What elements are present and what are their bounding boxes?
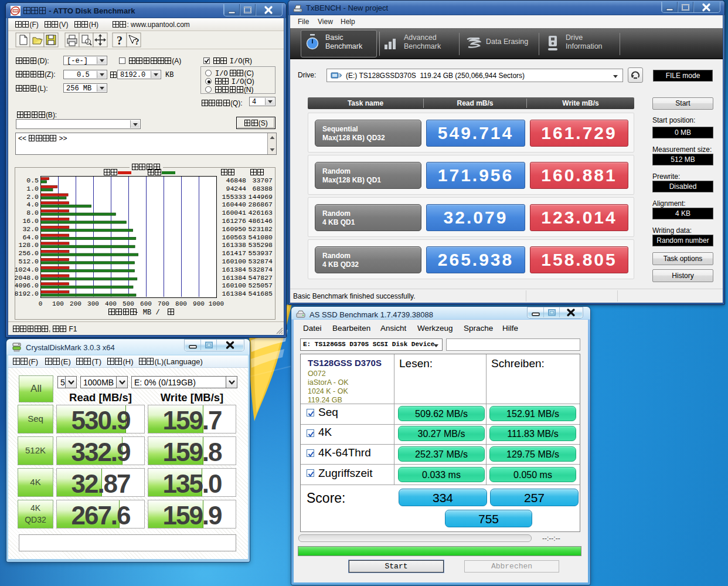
svg-text:?: ? [135,37,140,46]
svg-text:523182: 523182 [249,225,273,233]
svg-text:1000: 1000 [209,300,224,307]
svg-text:161276: 161276 [222,217,247,225]
svg-text:553937: 553937 [249,249,273,257]
svg-text:161384: 161384 [222,274,247,282]
svg-text:16.0: 16.0 [22,217,39,225]
svg-text:486146: 486146 [249,217,273,225]
svg-text:4.0: 4.0 [26,201,39,208]
svg-text:160563: 160563 [222,233,247,241]
svg-text:541080: 541080 [249,233,273,241]
svg-text:426163: 426163 [249,209,273,216]
svg-text:535298: 535298 [249,241,273,249]
svg-text:532874: 532874 [249,266,273,273]
svg-text:200: 200 [70,300,81,307]
svg-text:1.0: 1.0 [26,185,39,192]
svg-text:100: 100 [52,300,64,307]
svg-text:2.0: 2.0 [26,193,39,201]
svg-text:547827: 547827 [249,274,273,282]
svg-text:128.0: 128.0 [18,241,39,249]
svg-text:33707: 33707 [252,177,273,184]
svg-text:400: 400 [105,300,117,307]
svg-text:541685: 541685 [249,290,273,297]
svg-text:?: ? [117,34,123,47]
svg-text:532874: 532874 [249,258,273,265]
svg-text:8.0: 8.0 [26,209,39,216]
svg-text:286867: 286867 [249,201,273,208]
svg-text:160950: 160950 [222,225,247,233]
svg-text:2048.0: 2048.0 [15,274,39,282]
svg-text:68388: 68388 [252,185,273,192]
svg-text:64.0: 64.0 [22,233,39,241]
svg-text:0: 0 [39,300,43,307]
svg-text:46848: 46848 [226,177,246,184]
svg-text:500: 500 [123,300,134,307]
svg-text:160100: 160100 [222,258,247,265]
svg-text:525057: 525057 [249,282,273,289]
svg-text:160100: 160100 [222,282,247,289]
svg-text:300: 300 [87,300,99,307]
svg-text:161384: 161384 [222,290,247,297]
svg-text:700: 700 [158,300,169,307]
svg-text:512.0: 512.0 [18,258,39,265]
svg-text:800: 800 [175,300,187,307]
svg-text:94244: 94244 [226,185,246,192]
svg-text:161417: 161417 [222,249,246,257]
svg-text:1024.0: 1024.0 [15,266,39,273]
svg-text:900: 900 [193,300,205,307]
svg-text:256.0: 256.0 [18,249,39,257]
svg-text:4096.0: 4096.0 [15,282,39,289]
svg-text:161384: 161384 [222,266,247,273]
svg-text:- MB /: - MB / [134,309,159,317]
svg-text:8192.0: 8192.0 [15,290,39,297]
svg-text:160440: 160440 [222,201,247,208]
svg-text:600: 600 [140,300,152,307]
svg-text:0.5: 0.5 [26,177,39,184]
svg-text:32.0: 32.0 [22,225,39,233]
svg-text:144969: 144969 [249,193,273,201]
svg-text:161338: 161338 [222,241,247,249]
svg-text:155333: 155333 [222,193,247,201]
svg-text:160041: 160041 [222,209,247,216]
